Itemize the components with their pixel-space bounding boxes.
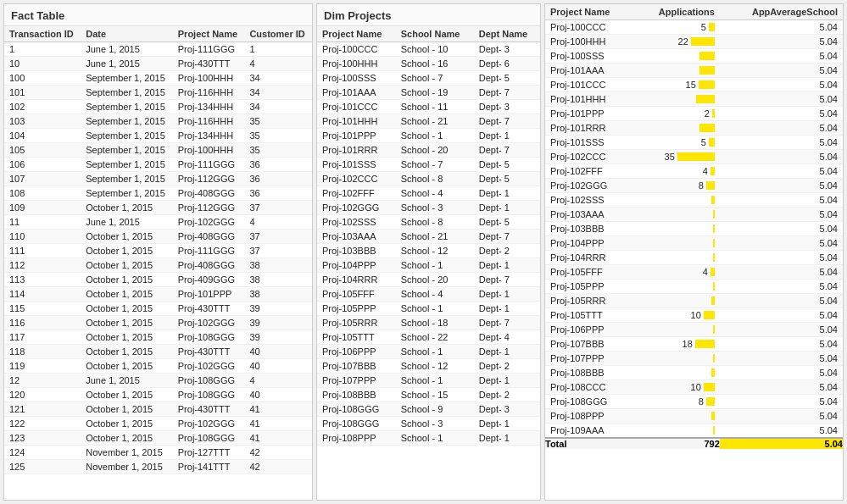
applications-cell: [635, 49, 720, 64]
table-cell: 37: [244, 201, 312, 215]
table-row: 103September 1, 2015Proj-116HHH35: [4, 114, 312, 129]
dim-col-school-name[interactable]: School Name: [396, 26, 474, 42]
project-name-cell: Proj-108PPP: [545, 409, 635, 424]
applications-cell: 5: [635, 20, 720, 35]
table-cell: June 1, 2015: [81, 57, 173, 71]
table-cell: 121: [4, 402, 81, 417]
table-cell: 107: [4, 172, 81, 186]
table-cell: Proj-105PPP: [317, 302, 396, 316]
table-cell: School - 15: [396, 388, 474, 402]
right-col-applications[interactable]: Applications: [635, 4, 720, 20]
right-col-project-name[interactable]: Project Name: [545, 4, 635, 20]
table-cell: Proj-102GGG: [173, 417, 245, 431]
table-cell: School - 20: [396, 143, 474, 158]
avg-school-cell: 5.04: [720, 107, 843, 121]
table-row: Proj-100CCC55.04: [545, 20, 843, 35]
table-cell: 122: [4, 417, 81, 431]
project-name-cell: Proj-102CCC: [545, 150, 635, 164]
avg-school-cell: 5.04: [720, 179, 843, 193]
table-cell: Dept- 1: [474, 374, 540, 388]
table-cell: Dept- 2: [474, 244, 540, 258]
table-cell: 36: [244, 158, 312, 172]
fact-col-customer-id[interactable]: Customer ID: [244, 26, 312, 42]
table-cell: 40: [244, 345, 312, 359]
table-cell: Dept- 1: [474, 302, 540, 316]
project-name-cell: Proj-108BBB: [545, 366, 635, 380]
right-table-wrapper[interactable]: Project Name Applications AppAverageScho…: [545, 4, 843, 500]
applications-cell: 15: [635, 78, 720, 92]
table-cell: Proj-103AAA: [317, 230, 396, 244]
table-cell: School - 4: [396, 186, 474, 201]
table-row: 102September 1, 2015Proj-134HHH34: [4, 100, 312, 114]
table-cell: October 1, 2015: [81, 417, 173, 431]
table-cell: 102: [4, 100, 81, 114]
table-cell: 42: [244, 460, 312, 474]
table-row: Proj-104RRR5.04: [545, 251, 843, 265]
table-cell: 119: [4, 359, 81, 374]
right-col-avg-school[interactable]: AppAverageSchool: [720, 4, 843, 20]
table-cell: Proj-116HHH: [173, 86, 245, 100]
table-cell: Proj-101AAA: [317, 86, 396, 100]
table-cell: Proj-127TTT: [173, 446, 245, 460]
project-name-cell: Proj-102FFF: [545, 164, 635, 179]
table-row: Proj-102GGG85.04: [545, 179, 843, 193]
table-cell: 34: [244, 100, 312, 114]
table-cell: 35: [244, 129, 312, 143]
project-name-cell: Proj-102SSS: [545, 193, 635, 208]
table-cell: Dept- 1: [474, 287, 540, 302]
table-cell: Proj-108GGG: [173, 388, 245, 402]
applications-cell: [635, 92, 720, 107]
table-cell: 116: [4, 316, 81, 330]
dim-projects-wrapper[interactable]: Project Name School Name Dept Name Proj-…: [317, 26, 540, 500]
table-cell: School - 8: [396, 215, 474, 230]
applications-cell: [635, 294, 720, 308]
applications-cell: [635, 352, 720, 366]
table-cell: Proj-104RRR: [317, 273, 396, 287]
table-cell: 120: [4, 388, 81, 402]
table-row: 10June 1, 2015Proj-430TTT4: [4, 57, 312, 71]
table-row: Proj-101RRR5.04: [545, 121, 843, 136]
table-row: Proj-105RRR5.04: [545, 294, 843, 308]
table-cell: School - 12: [396, 244, 474, 258]
table-cell: Proj-408GGG: [173, 230, 245, 244]
fact-table-wrapper[interactable]: Transaction ID Date Project Name Custome…: [4, 26, 312, 500]
table-cell: November 1, 2015: [81, 446, 173, 460]
table-cell: 103: [4, 114, 81, 129]
fact-col-transaction-id[interactable]: Transaction ID: [4, 26, 81, 42]
applications-cell: [635, 280, 720, 294]
table-cell: 38: [244, 287, 312, 302]
table-cell: 112: [4, 258, 81, 273]
avg-school-cell: 5.04: [720, 193, 843, 208]
table-cell: 4: [244, 215, 312, 230]
table-cell: Proj-430TTT: [173, 302, 245, 316]
table-cell: 1: [4, 42, 81, 57]
fact-col-project-name[interactable]: Project Name: [173, 26, 245, 42]
table-cell: 41: [244, 417, 312, 431]
table-row: Proj-102FFF45.04: [545, 164, 843, 179]
table-row: Proj-104PPPSchool - 1Dept- 1: [317, 258, 540, 273]
table-cell: School - 1: [396, 345, 474, 359]
table-cell: 37: [244, 244, 312, 258]
project-name-cell: Proj-100SSS: [545, 49, 635, 64]
table-cell: Dept- 5: [474, 158, 540, 172]
table-cell: October 1, 2015: [81, 431, 173, 446]
table-row: 107September 1, 2015Proj-112GGG36: [4, 172, 312, 186]
applications-cell: 8: [635, 179, 720, 193]
table-cell: School - 1: [396, 374, 474, 388]
table-row: Proj-107PPPSchool - 1Dept- 1: [317, 374, 540, 388]
table-cell: 39: [244, 302, 312, 316]
dim-col-project-name[interactable]: Project Name: [317, 26, 396, 42]
table-cell: October 1, 2015: [81, 402, 173, 417]
dim-col-dept-name[interactable]: Dept Name: [474, 26, 540, 42]
table-cell: 111: [4, 244, 81, 258]
table-cell: Dept- 1: [474, 431, 540, 446]
fact-col-date[interactable]: Date: [81, 26, 173, 42]
avg-school-cell: 5.04: [720, 395, 843, 409]
table-cell: Proj-100CCC: [317, 42, 396, 57]
table-row: Proj-100SSSSchool - 7Dept- 5: [317, 71, 540, 86]
table-cell: School - 11: [396, 100, 474, 114]
table-cell: School - 19: [396, 86, 474, 100]
right-panel: Project Name Applications AppAverageScho…: [544, 3, 844, 501]
table-row: Proj-104RRRSchool - 20Dept- 7: [317, 273, 540, 287]
applications-cell: 8: [635, 395, 720, 409]
